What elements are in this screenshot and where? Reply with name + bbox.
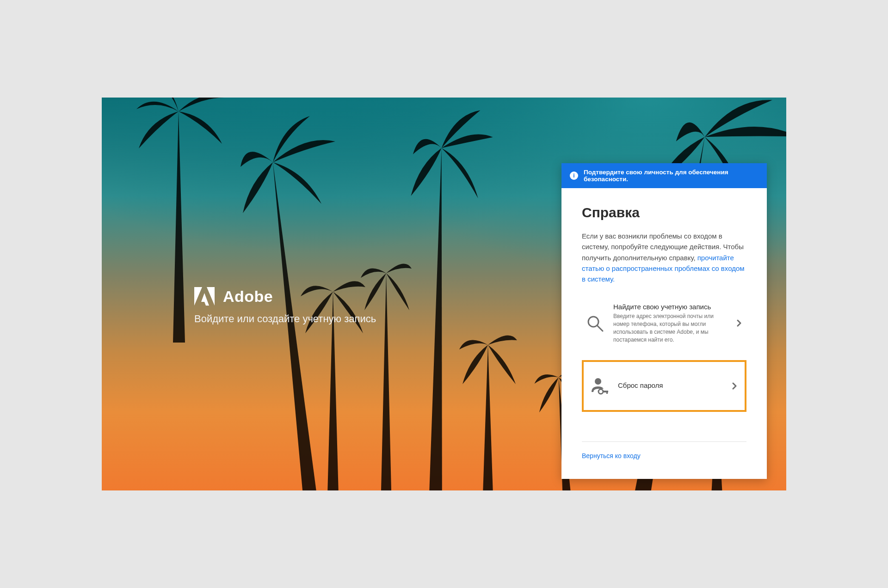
back-to-signin-link[interactable]: Вернуться ко входу <box>582 449 641 468</box>
brand-name: Adobe <box>223 288 273 306</box>
svg-rect-5 <box>606 391 608 394</box>
help-card: i Подтвердите свою личность для обеспече… <box>561 163 767 479</box>
search-icon <box>585 313 605 333</box>
brand-tagline: Войдите или создайте учетную запись <box>194 313 376 325</box>
palm-decor <box>458 319 518 490</box>
user-key-icon <box>589 376 610 396</box>
find-account-subtitle: Введите адрес электронной почты или номе… <box>613 312 726 343</box>
svg-point-0 <box>588 317 598 327</box>
reset-password-title: Сброс пароля <box>618 381 722 389</box>
svg-point-2 <box>595 378 601 385</box>
svg-point-3 <box>598 389 603 394</box>
card-description: Если у вас возникли проблемы со входом в… <box>582 231 746 284</box>
reset-password-option[interactable]: Сброс пароля <box>582 360 746 412</box>
security-banner: i Подтвердите свою личность для обеспече… <box>561 163 767 188</box>
divider <box>582 441 746 442</box>
info-icon: i <box>570 172 578 180</box>
find-account-option[interactable]: Найдите свою учетную запись Введите адре… <box>582 296 746 350</box>
chevron-right-icon <box>734 319 744 327</box>
adobe-logo-icon <box>194 287 215 306</box>
login-background: Adobe Войдите или создайте учетную запис… <box>102 98 786 490</box>
svg-line-1 <box>598 326 603 331</box>
find-account-title: Найдите свою учетную запись <box>613 303 726 311</box>
chevron-right-icon <box>730 382 739 390</box>
security-banner-text: Подтвердите свою личность для обеспечени… <box>584 169 758 183</box>
brand-block: Adobe Войдите или создайте учетную запис… <box>194 287 376 325</box>
card-title: Справка <box>582 205 746 220</box>
